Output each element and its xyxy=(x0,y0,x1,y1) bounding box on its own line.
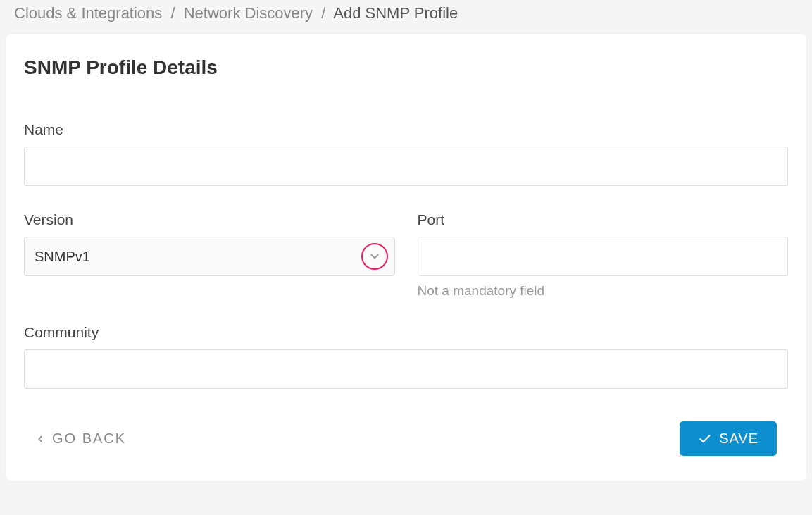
breadcrumb-link-clouds-integrations[interactable]: Clouds & Integrations xyxy=(14,4,162,22)
save-button[interactable]: SAVE xyxy=(680,421,777,456)
breadcrumb-link-network-discovery[interactable]: Network Discovery xyxy=(184,4,313,22)
form-card: SNMP Profile Details Name Version SNMPv1… xyxy=(6,34,806,481)
port-label: Port xyxy=(418,211,789,228)
check-icon xyxy=(698,432,712,446)
page-title: SNMP Profile Details xyxy=(24,56,788,79)
save-label: SAVE xyxy=(719,430,758,447)
version-selected-value: SNMPv1 xyxy=(35,249,90,265)
port-helper-text: Not a mandatory field xyxy=(418,283,789,299)
breadcrumb: Clouds & Integrations / Network Discover… xyxy=(0,0,812,34)
form-group-version: Version SNMPv1 xyxy=(24,211,395,299)
community-input[interactable] xyxy=(24,349,788,389)
name-input[interactable] xyxy=(24,147,788,186)
version-label: Version xyxy=(24,211,395,228)
breadcrumb-separator: / xyxy=(170,4,175,22)
form-group-name: Name xyxy=(24,121,788,186)
form-actions: GO BACK SAVE xyxy=(24,421,788,456)
breadcrumb-separator: / xyxy=(321,4,325,22)
form-group-port: Port Not a mandatory field xyxy=(418,211,789,299)
go-back-label: GO BACK xyxy=(52,430,126,447)
community-label: Community xyxy=(24,324,788,341)
breadcrumb-current: Add SNMP Profile xyxy=(333,4,458,22)
form-group-community: Community xyxy=(24,324,788,389)
version-select[interactable]: SNMPv1 xyxy=(24,237,395,276)
chevron-left-icon xyxy=(35,433,45,445)
name-label: Name xyxy=(24,121,788,138)
go-back-button[interactable]: GO BACK xyxy=(35,430,126,447)
port-input[interactable] xyxy=(418,237,789,276)
